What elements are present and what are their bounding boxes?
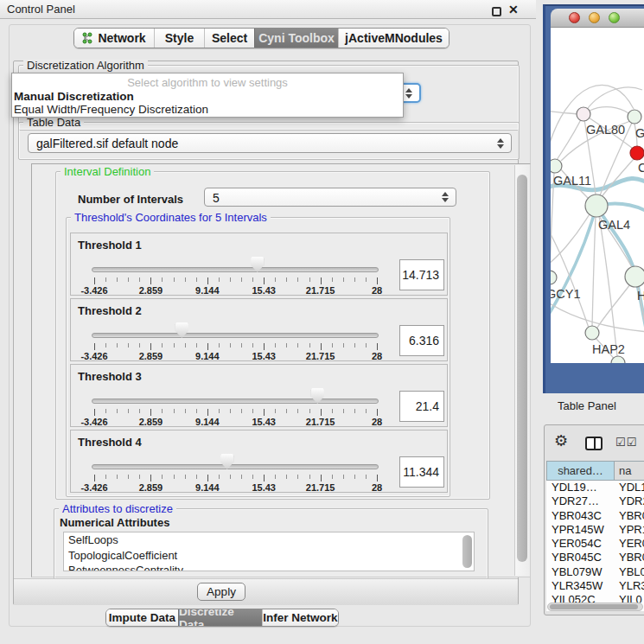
numerical-attributes-list[interactable]: SelfLoopsTopologicalCoefficientBetweenne… [63,532,475,571]
number-of-intervals-value: 5 [213,188,220,207]
slider-tick [332,343,333,348]
slider-tick [174,343,175,348]
close-icon[interactable]: ✕ [508,3,519,16]
network-node-ga[interactable] [628,110,641,124]
zoom-traffic-light-icon[interactable] [609,12,620,23]
cell-shared-name: YBR043C [546,509,619,522]
slider-tick [241,475,242,479]
table-data-box-title: Table Data [23,116,84,129]
control-panel-tabs: NetworkStyleSelectCyni ToolboxjActiveMNo… [73,28,450,48]
attribute-item[interactable]: TopologicalCoefficient [64,548,474,564]
table-row[interactable]: YER054CYER0 [546,537,644,551]
tab-jactivemnodules[interactable]: jActiveMNodules [338,29,449,48]
slider-tick [286,475,287,479]
slider-tick [174,277,175,282]
threshold-slider-track[interactable] [92,399,379,404]
number-of-intervals-spinner[interactable]: 5 [204,188,456,207]
table-row[interactable]: YBR045CYBR0 [546,551,644,564]
table-row[interactable]: YBL079WYBL0 [546,565,644,579]
slider-tick [230,343,231,348]
vertical-scrollbar-track[interactable] [514,165,529,576]
close-traffic-light-icon[interactable] [569,12,580,23]
tab-style[interactable]: Style [154,29,204,48]
threshold-label: Threshold 4 [78,436,142,449]
cell-shared-name: YDR27… [546,494,619,507]
slider-tick [105,475,106,479]
slider-tick [219,277,220,282]
column-header-shared-name[interactable]: shared… [546,461,615,481]
network-node-label: HAP2 [592,342,625,356]
attribute-item[interactable]: BetweennessCentrality [64,563,474,571]
tab-cyni-toolbox[interactable]: Cyni Toolbox [254,29,338,48]
table-row[interactable]: YDR27…YDR2 [546,494,644,508]
slider-tick [128,277,129,282]
attribute-item[interactable]: SelfLoops [64,532,474,548]
slider-tick [321,409,322,416]
network-node-gal80[interactable] [577,107,590,121]
tab-impute-data[interactable]: Impute Data [106,609,178,626]
network-node-gal4[interactable] [585,194,608,217]
tab-discretize-data[interactable]: Discretize Data [178,609,262,626]
slider-tick [286,277,287,282]
tab-label: Cyni Toolbox [258,31,335,45]
slider-tick [321,277,322,284]
network-node-hap2[interactable] [585,326,599,340]
network-window-titlebar[interactable] [551,9,644,28]
slider-tick [264,343,265,350]
slider-tick [297,475,298,479]
network-node-gal11[interactable] [551,159,562,173]
threshold-slider-track[interactable] [92,267,379,272]
algorithm-dropdown-popup: Select algorithm to view settings Manual… [11,73,404,118]
select-columns-icon[interactable]: ☑☑ [615,436,637,449]
algorithm-option[interactable]: Manual Discretization [14,90,134,103]
slider-tick [309,277,310,282]
cell-name: YER0 [619,537,644,550]
table-row[interactable]: YPR145WYPR1 [546,523,644,537]
threshold-value-field[interactable]: 14.713 [399,259,444,290]
slider-tick [366,277,367,282]
combo-arrows-icon [405,88,412,99]
threshold-slider-track[interactable] [92,464,379,469]
slider-tick [139,277,140,282]
threshold-value-field[interactable]: 21.4 [399,391,444,422]
column-header-name[interactable]: na [615,461,644,481]
float-window-icon[interactable] [492,7,501,16]
tab-select[interactable]: Select [204,29,254,48]
attributes-list-scrollbar[interactable] [462,535,472,568]
threshold-value-field[interactable]: 6.316 [399,325,444,356]
network-node-h[interactable] [625,266,644,287]
tab-network[interactable]: Network [74,29,154,48]
table-row[interactable]: YLR345WYLR3 [546,579,644,593]
minimize-traffic-light-icon[interactable] [589,12,600,23]
slider-tick-label: 28 [372,417,382,427]
horizontal-scrollbar-thumb[interactable] [550,604,638,609]
network-canvas[interactable]: GAL80GACGAL11GAL4GCY1HHAP2 [551,28,644,363]
threshold-value-field[interactable]: 11.344 [399,456,444,488]
network-node-gcy1[interactable] [551,271,557,284]
network-node-label: GAL80 [586,123,625,137]
horizontal-scrollbar[interactable] [547,603,643,611]
table-row[interactable]: YDL19…YDL1 [546,481,644,494]
vertical-scrollbar-thumb[interactable] [517,175,527,562]
split-view-icon[interactable] [585,437,603,450]
slider-tick [219,343,220,348]
attribute-items: SelfLoopsTopologicalCoefficientBetweenne… [64,532,474,571]
apply-button[interactable]: Apply [197,583,245,601]
threshold-slider-track[interactable] [92,333,379,338]
slider-tick-label: 21.715 [306,417,335,427]
tab-label: Discretize Data [179,609,262,627]
slider-tick [366,343,367,348]
cell-shared-name: YBR045C [546,551,619,564]
network-node-c[interactable] [630,146,644,160]
tab-infer-network[interactable]: Infer Network [262,609,338,626]
algorithm-option[interactable]: Equal Width/Frequency Discretization [14,103,208,116]
table-panel-title: Table Panel [558,399,616,412]
slider-tick [343,409,344,413]
table-data-combo[interactable]: galFiltered.sif default node [28,133,512,153]
slider-tick [354,409,355,413]
slider-tick [354,475,355,479]
table-row[interactable]: YBR043CYBR0 [546,509,644,523]
network-node-label: GCY1 [551,287,581,301]
slider-tick [94,343,95,350]
gear-icon[interactable]: ⚙ [554,431,568,450]
